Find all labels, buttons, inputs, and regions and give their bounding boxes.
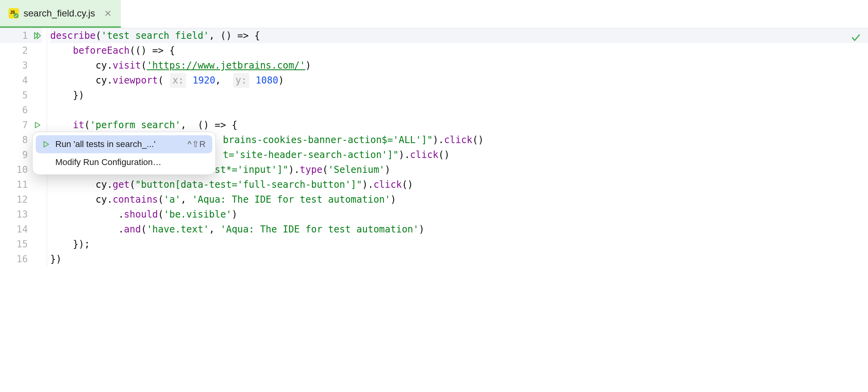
code-line[interactable]: });: [50, 237, 868, 252]
line-number: 15: [15, 237, 28, 252]
js-file-icon: JS: [9, 8, 19, 18]
tab-filename: search_field.cy.js: [24, 8, 95, 19]
code-line[interactable]: cy.viewport( x: 1920, y: 1080): [50, 73, 868, 88]
code-line[interactable]: describe('test search field', () => {: [50, 28, 868, 43]
line-number: 2: [15, 43, 28, 58]
run-all-icon[interactable]: [33, 31, 42, 40]
check-ok-icon[interactable]: [851, 32, 861, 47]
svg-text:JS: JS: [10, 10, 15, 15]
code-line[interactable]: cy.visit('https://www.jetbrains.com/'): [50, 58, 868, 73]
menu-item-label: Run 'all tests in search_...': [55, 139, 183, 149]
code-line[interactable]: beforeEach(() => {: [50, 43, 868, 58]
gutter-row[interactable]: 1: [0, 28, 42, 43]
code-line[interactable]: }): [50, 252, 868, 267]
close-icon[interactable]: [104, 9, 112, 18]
code-line[interactable]: it('perform search', () => {: [50, 118, 868, 132]
tab-bar: JS search_field.cy.js: [0, 0, 868, 28]
menu-item-shortcut: ^⇧R: [188, 139, 206, 149]
line-number: 13: [15, 207, 28, 222]
line-number: 5: [15, 88, 28, 103]
line-number: 8: [15, 132, 28, 147]
code-line[interactable]: .should('be.visible'): [50, 207, 868, 222]
line-number: 16: [15, 252, 28, 267]
code-line[interactable]: .and('have.text', 'Aqua: The IDE for tes…: [50, 222, 868, 237]
line-number: 12: [15, 192, 28, 207]
code-line[interactable]: }): [50, 88, 868, 103]
line-number: 11: [15, 177, 28, 192]
menu-item-run-all[interactable]: Run 'all tests in search_...' ^⇧R: [36, 135, 212, 153]
line-number: 14: [15, 222, 28, 237]
line-number: 6: [15, 103, 28, 118]
context-menu: Run 'all tests in search_...' ^⇧R Modify…: [32, 132, 216, 175]
code-line[interactable]: cy.contains('a', 'Aqua: The IDE for test…: [50, 192, 868, 207]
code-line[interactable]: cy.get("button[data-test='full-search-bu…: [50, 177, 868, 192]
line-number: 1: [15, 28, 28, 43]
line-number: 7: [15, 118, 28, 132]
line-number: 9: [15, 147, 28, 162]
line-number: 10: [15, 162, 28, 177]
play-icon: [42, 141, 51, 148]
menu-item-modify-config[interactable]: Modify Run Configuration…: [36, 153, 212, 171]
line-number: 4: [15, 73, 28, 88]
gutter-row[interactable]: 7: [0, 118, 42, 132]
tab-active[interactable]: JS search_field.cy.js: [0, 0, 121, 28]
line-number: 3: [15, 58, 28, 73]
menu-item-label: Modify Run Configuration…: [55, 157, 206, 167]
run-icon[interactable]: [33, 121, 42, 129]
code-line[interactable]: [50, 103, 868, 118]
